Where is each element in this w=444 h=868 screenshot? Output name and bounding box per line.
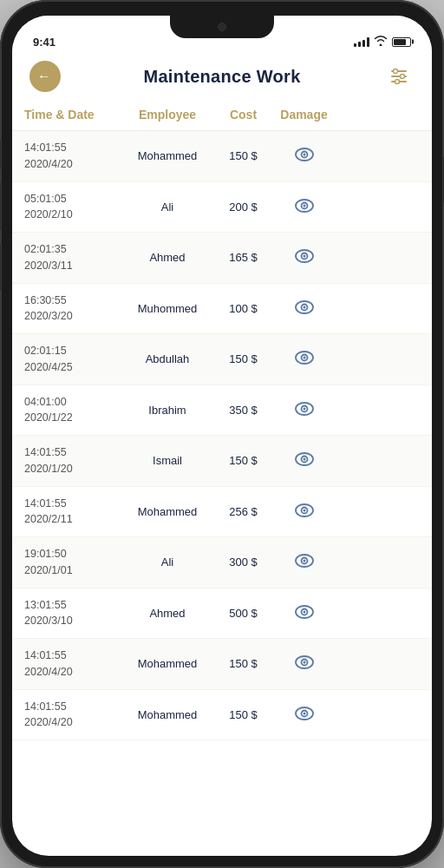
svg-point-3: [393, 69, 397, 74]
cell-damage: [276, 502, 332, 522]
cell-date: 05:01:052020/2/10: [24, 191, 124, 224]
mute-button: [0, 139, 1, 169]
cell-cost: 150 $: [211, 149, 276, 162]
table-row: 02:01:352020/3/11 Ahmed 165 $: [12, 233, 432, 284]
table-row: 16:30:552020/3/20 Muhommed 100 $: [12, 284, 432, 335]
svg-point-32: [303, 560, 305, 562]
cell-damage: [276, 603, 332, 623]
cell-cost: 200 $: [211, 201, 276, 214]
volume-down-button: [0, 243, 1, 291]
table-row: 14:01:552020/4/20 Mohammed 150 $: [12, 690, 432, 741]
volume-up-button: [0, 182, 1, 230]
cell-cost: 150 $: [211, 352, 276, 365]
eye-icon[interactable]: [295, 400, 314, 420]
table-row: 13:01:552020/3/10 Ahmed 500 $: [12, 589, 432, 640]
cell-damage: [276, 299, 332, 319]
table-row: 19:01:502020/1/01 Ali 300 $: [12, 537, 432, 589]
cell-damage: [276, 705, 332, 725]
cell-cost: 150 $: [211, 708, 276, 721]
eye-icon[interactable]: [295, 552, 314, 572]
phone-frame: 9:41: [0, 0, 444, 868]
eye-icon[interactable]: [295, 247, 314, 267]
cell-date: 14:01:552020/2/11: [24, 496, 124, 529]
eye-icon[interactable]: [295, 705, 314, 725]
eye-icon[interactable]: [295, 146, 314, 166]
svg-point-11: [303, 204, 305, 207]
phone-screen: 9:41: [12, 16, 432, 856]
col-header-cost: Cost: [211, 108, 276, 122]
cell-employee: Ibrahim: [124, 404, 211, 417]
cell-cost: 500 $: [211, 607, 276, 620]
eye-icon[interactable]: [295, 654, 314, 674]
back-arrow-icon: ←: [37, 69, 51, 83]
filter-icon: [388, 66, 409, 87]
signal-icon: [354, 37, 369, 47]
cell-employee: Ali: [124, 556, 211, 569]
cell-date: 14:01:552020/4/20: [24, 699, 124, 732]
wifi-icon: [374, 35, 388, 49]
cell-employee: Mohammed: [124, 708, 211, 721]
cell-damage: [276, 400, 332, 420]
front-camera: [218, 23, 226, 31]
cell-employee: Ismail: [124, 454, 211, 467]
svg-point-20: [303, 357, 305, 359]
svg-point-26: [303, 458, 305, 461]
battery-icon: [392, 37, 411, 47]
svg-point-5: [395, 80, 399, 84]
cell-date: 02:01:352020/3/11: [24, 241, 124, 274]
page-title: Maintenance Work: [143, 67, 300, 87]
svg-point-38: [303, 661, 305, 664]
notch: [170, 16, 274, 38]
status-icons: [354, 35, 411, 49]
eye-icon[interactable]: [295, 299, 314, 319]
eye-icon[interactable]: [295, 603, 314, 623]
table-row: 14:01:552020/4/20 Mohammed 150 $: [12, 639, 432, 690]
cell-damage: [276, 450, 332, 470]
svg-point-35: [303, 610, 305, 613]
eye-icon[interactable]: [295, 450, 314, 470]
cell-cost: 256 $: [211, 505, 276, 518]
cell-cost: 150 $: [211, 657, 276, 670]
svg-point-4: [400, 75, 404, 79]
col-header-employee: Employee: [124, 108, 211, 122]
svg-point-8: [303, 154, 305, 156]
col-header-date: Time & Date: [24, 108, 124, 122]
cell-employee: Muhommed: [124, 302, 211, 315]
cell-damage: [276, 552, 332, 572]
header: ← Maintenance Work: [12, 54, 432, 102]
table-row: 02:01:152020/4/25 Abdullah 150 $: [12, 334, 432, 385]
svg-point-29: [303, 509, 305, 511]
cell-damage: [276, 349, 332, 369]
table-row: 14:01:552020/1/20 Ismail 150 $: [12, 436, 432, 487]
status-time: 9:41: [33, 36, 56, 49]
eye-icon[interactable]: [295, 197, 314, 217]
cell-cost: 300 $: [211, 556, 276, 569]
cell-date: 14:01:552020/4/20: [24, 648, 124, 681]
cell-employee: Mohammed: [124, 505, 211, 518]
table-row: 05:01:052020/2/10 Ali 200 $: [12, 182, 432, 233]
cell-employee: Ahmed: [124, 607, 211, 620]
cell-damage: [276, 247, 332, 267]
cell-cost: 100 $: [211, 302, 276, 315]
cell-employee: Ali: [124, 201, 211, 214]
svg-point-17: [303, 306, 305, 308]
eye-icon[interactable]: [295, 502, 314, 522]
cell-damage: [276, 197, 332, 217]
cell-date: 14:01:552020/1/20: [24, 444, 124, 477]
eye-icon[interactable]: [295, 349, 314, 369]
cell-cost: 165 $: [211, 251, 276, 264]
cell-damage: [276, 146, 332, 166]
cell-date: 14:01:552020/4/20: [24, 140, 124, 173]
cell-date: 04:01:002020/1/22: [24, 394, 124, 427]
cell-employee: Mohammed: [124, 149, 211, 162]
back-button[interactable]: ←: [29, 61, 61, 92]
table-body: 14:01:552020/4/20 Mohammed 150 $ 05:01:0…: [12, 131, 432, 740]
filter-button[interactable]: [383, 61, 415, 92]
table-header: Time & Date Employee Cost Damage: [12, 102, 432, 131]
table-row: 04:01:002020/1/22 Ibrahim 350 $: [12, 385, 432, 437]
battery-fill: [394, 39, 406, 45]
cell-employee: Ahmed: [124, 251, 211, 264]
table-container: Time & Date Employee Cost Damage 14:01:5…: [12, 102, 432, 856]
cell-damage: [276, 654, 332, 674]
cell-employee: Abdullah: [124, 352, 211, 365]
